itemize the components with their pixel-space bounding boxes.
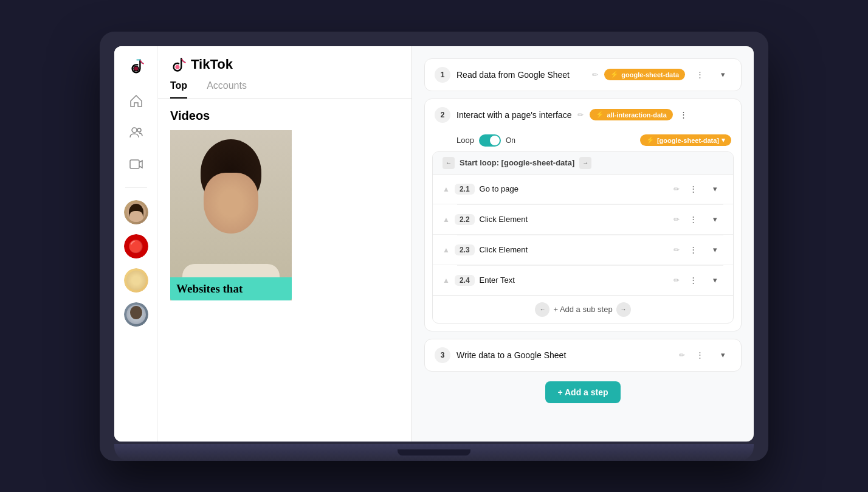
- sidebar-item-videos[interactable]: [123, 151, 150, 178]
- add-substep-btn[interactable]: ← + Add a sub step →: [433, 296, 733, 323]
- loop-label-text: Loop: [456, 136, 474, 145]
- step-1-header: 1 Read data from Google Sheet ✏ ⚡ google…: [425, 59, 741, 91]
- loop-forward-btn[interactable]: →: [579, 157, 591, 169]
- substep-2-4: ▲ 2.4 Enter Text ✏ ⋮ ▾: [433, 266, 733, 296]
- substep-2-4-expand-btn[interactable]: ▾: [706, 272, 723, 289]
- substep-2-3-up-icon[interactable]: ▲: [443, 246, 450, 254]
- video-overlay-text: Websites that: [176, 282, 243, 295]
- svg-point-3: [137, 128, 141, 132]
- step-2-more-btn[interactable]: ⋮: [675, 106, 692, 123]
- step-2-edit-icon[interactable]: ✏: [577, 111, 584, 119]
- tiktok-logo-text: TikTok: [191, 57, 233, 72]
- step-2-tag: ⚡ all-interaction-data: [590, 109, 672, 120]
- loop-tag-icon: ⚡: [646, 136, 655, 144]
- tiktok-logo-icon: [126, 56, 146, 75]
- avatar-1[interactable]: [124, 200, 148, 224]
- tiktok-header: TikTok Top Accounts: [158, 46, 412, 99]
- loop-toggle-on-label: On: [506, 136, 515, 145]
- substep-2-1-more-btn[interactable]: ⋮: [684, 181, 701, 198]
- step-1-card: 1 Read data from Google Sheet ✏ ⚡ google…: [424, 58, 742, 91]
- step-2-number: 2: [435, 107, 450, 123]
- laptop-frame: 🔴: [100, 32, 768, 461]
- substep-2-2-title: Click Element: [480, 215, 669, 224]
- tiktok-panel: 🔴: [114, 46, 412, 442]
- loop-tag-area: ⚡ [google-sheet-data] ▾: [640, 134, 731, 146]
- avatar-3[interactable]: [124, 268, 148, 293]
- step-1-edit-icon[interactable]: ✏: [592, 71, 598, 79]
- svg-rect-4: [130, 160, 139, 168]
- step-3-expand-btn[interactable]: ▾: [714, 347, 731, 364]
- step-3-card: 3 Write data to a Google Sheet ✏ ⋮ ▾: [424, 339, 742, 372]
- substep-2-1-number: 2.1: [455, 184, 475, 195]
- tiktok-logo: [122, 56, 151, 75]
- add-step-button[interactable]: + Add a step: [545, 381, 620, 403]
- step-1-more-btn[interactable]: ⋮: [691, 66, 708, 83]
- substep-2-3-number: 2.3: [455, 244, 475, 255]
- step-1-number: 1: [435, 67, 450, 83]
- substep-2-2-number: 2.2: [455, 214, 475, 225]
- home-icon: [129, 94, 143, 108]
- add-substep-label: + Add a sub step: [553, 305, 612, 314]
- tiktok-content: Videos Websites that: [158, 99, 412, 442]
- sidebar-item-home[interactable]: [123, 88, 150, 114]
- step-2-tag-label: all-interaction-data: [607, 111, 666, 119]
- loop-toggle-row: Loop On ⚡ [google-sheet-data] ▾: [425, 131, 741, 151]
- tab-top[interactable]: Top: [170, 80, 187, 99]
- substep-2-4-up-icon[interactable]: ▲: [443, 276, 450, 285]
- loop-tag: ⚡ [google-sheet-data] ▾: [640, 134, 731, 146]
- step-2-title: Interact with a page's interface: [456, 110, 571, 120]
- substep-2-1: ▲ 2.1 Go to page ✏ ⋮ ▾: [433, 175, 733, 204]
- substep-2-2: ▲ 2.2 Click Element ✏ ⋮ ▾: [433, 205, 733, 235]
- substep-2-2-more-btn[interactable]: ⋮: [684, 211, 701, 228]
- loop-nav-fwd[interactable]: →: [616, 302, 631, 317]
- step-1-tag: ⚡ google-sheet-data: [604, 69, 685, 80]
- loop-back-btn[interactable]: ←: [443, 157, 455, 169]
- substep-2-4-more-btn[interactable]: ⋮: [684, 272, 701, 289]
- loop-toggle[interactable]: [479, 134, 501, 147]
- tab-accounts[interactable]: Accounts: [207, 80, 247, 99]
- step-3-more-btn[interactable]: ⋮: [691, 347, 708, 364]
- video-icon: [129, 157, 143, 172]
- tiktok-header-logo: TikTok: [170, 56, 399, 73]
- avatar-2[interactable]: 🔴: [124, 234, 148, 258]
- substep-2-3-more-btn[interactable]: ⋮: [684, 241, 701, 258]
- step-1-tag-icon: ⚡: [610, 71, 619, 78]
- step-1-tag-label: google-sheet-data: [621, 71, 679, 78]
- substep-2-3-edit-icon[interactable]: ✏: [673, 246, 680, 254]
- loop-tag-chevron[interactable]: ▾: [722, 136, 725, 144]
- tiktok-header-logo-icon: [170, 56, 187, 73]
- step-3-number: 3: [435, 347, 450, 363]
- svg-point-5: [175, 64, 179, 69]
- substep-2-1-edit-icon[interactable]: ✏: [673, 185, 680, 193]
- substep-2-1-expand-btn[interactable]: ▾: [706, 181, 723, 198]
- substep-2-4-number: 2.4: [455, 275, 475, 286]
- substep-2-4-edit-icon[interactable]: ✏: [673, 276, 680, 285]
- automation-panel: 1 Read data from Google Sheet ✏ ⚡ google…: [412, 46, 754, 442]
- svg-point-2: [132, 128, 137, 133]
- step-1-expand-btn[interactable]: ▾: [714, 66, 731, 83]
- loop-title-text: Start loop: [google-sheet-data]: [460, 158, 574, 167]
- step-2-actions: ⚡ all-interaction-data ⋮: [590, 106, 692, 123]
- substep-2-3-expand-btn[interactable]: ▾: [706, 241, 723, 258]
- tiktok-tabs: Top Accounts: [170, 80, 399, 99]
- substep-2-4-title: Enter Text: [480, 275, 669, 285]
- step-3-title: Write data to a Google Sheet: [456, 350, 673, 360]
- substep-2-2-expand-btn[interactable]: ▾: [706, 211, 723, 228]
- laptop-notch: [398, 449, 470, 456]
- sidebar-item-friends[interactable]: [123, 119, 150, 146]
- step-2-card: 2 Interact with a page's interface ✏ ⚡ a…: [424, 99, 742, 331]
- avatar-4[interactable]: [124, 302, 148, 327]
- step-2-header: 2 Interact with a page's interface ✏ ⚡ a…: [425, 99, 741, 131]
- loop-tag-label: [google-sheet-data]: [657, 137, 719, 144]
- laptop-screen: 🔴: [114, 46, 754, 442]
- substep-2-2-up-icon[interactable]: ▲: [443, 215, 450, 224]
- step-3-edit-icon[interactable]: ✏: [679, 351, 685, 359]
- substep-2-2-edit-icon[interactable]: ✏: [673, 215, 680, 224]
- substep-2-1-up-icon[interactable]: ▲: [443, 185, 450, 193]
- friends-icon: [129, 125, 143, 140]
- loop-title-bar: ← Start loop: [google-sheet-data] →: [433, 152, 733, 175]
- video-thumbnail[interactable]: Websites that: [170, 130, 292, 300]
- substep-2-1-title: Go to page: [480, 184, 669, 193]
- loop-nav-back[interactable]: ←: [535, 302, 549, 317]
- videos-title: Videos: [170, 109, 399, 123]
